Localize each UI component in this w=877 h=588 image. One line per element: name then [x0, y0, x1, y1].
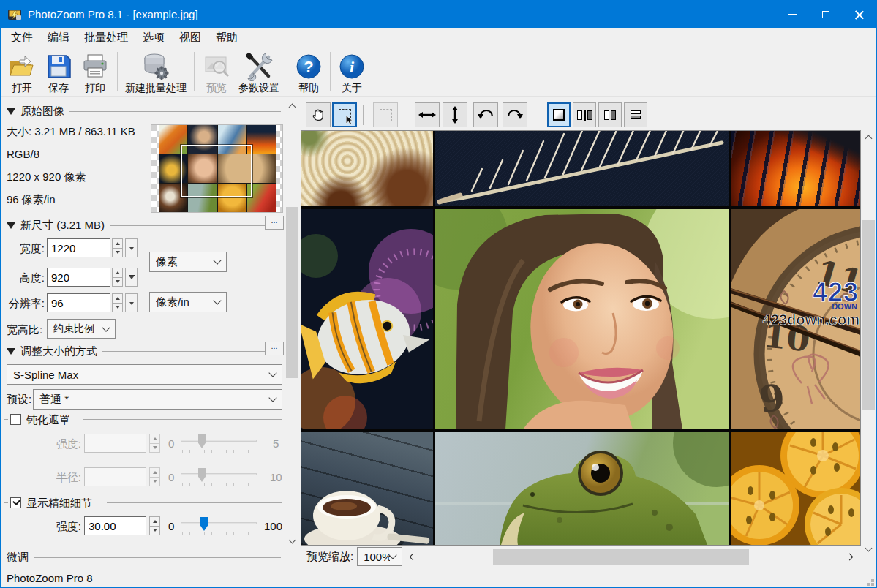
tile-coffee-cup — [301, 432, 433, 545]
main-toolbar: 打开 保存 打印 — [1, 47, 876, 97]
menu-view[interactable]: 视图 — [172, 29, 208, 46]
detail-strength-stepper[interactable] — [149, 516, 160, 535]
collapse-triangle-icon[interactable] — [7, 222, 15, 229]
help-icon: ? — [295, 51, 323, 82]
scroll-down-button[interactable] — [862, 543, 876, 555]
save-button[interactable]: 保存 — [40, 49, 77, 94]
preview-canvas[interactable]: 11 10 9 — [301, 130, 861, 546]
width-preset-button[interactable] — [125, 238, 138, 257]
detail-strength-max: 100 — [264, 520, 282, 532]
scroll-right-button[interactable] — [840, 551, 862, 563]
scroll-up-button[interactable] — [285, 99, 299, 112]
height-input[interactable] — [47, 268, 110, 287]
new-batch-button[interactable]: 新建批量处理 — [121, 49, 190, 94]
view-dual-button[interactable] — [598, 102, 622, 127]
flip-horizontal-button[interactable] — [415, 102, 440, 127]
marquee-tool-button[interactable] — [332, 102, 357, 127]
unsharp-radius-stepper — [149, 467, 160, 486]
settings-button[interactable]: 参数设置 — [235, 49, 283, 94]
view-stacked-button[interactable] — [624, 102, 647, 127]
method-more-button[interactable]: ... — [265, 342, 284, 355]
view-split-button[interactable] — [573, 102, 596, 127]
menu-help[interactable]: 帮助 — [208, 29, 245, 46]
pan-tool-button[interactable] — [306, 102, 331, 127]
scrollbar-thumb[interactable] — [493, 549, 749, 565]
open-button[interactable]: 打开 — [4, 49, 40, 94]
preview-hscrollbar[interactable] — [420, 549, 840, 565]
menu-options[interactable]: 选项 — [135, 29, 172, 46]
detail-strength-slider[interactable] — [181, 516, 257, 534]
zoom-combobox[interactable]: 100% — [357, 547, 402, 566]
size-unit-combobox[interactable]: 像素 — [149, 252, 227, 272]
print-button[interactable]: 打印 — [77, 49, 113, 94]
sidebar-scrollbar[interactable] — [285, 99, 299, 557]
marquee-selection-icon — [339, 109, 351, 121]
tile-rice-grains — [301, 131, 433, 206]
flip-vertical-icon — [448, 106, 462, 124]
preset-combobox[interactable]: 普通 * — [33, 389, 282, 410]
collapse-triangle-icon[interactable] — [7, 108, 15, 115]
width-stepper[interactable] — [112, 238, 123, 257]
about-button[interactable]: i 关于 — [334, 49, 369, 94]
section-fine-tune: 微调 — [7, 551, 281, 565]
resolution-unit-combobox[interactable]: 像素/in — [149, 292, 227, 312]
split-view-icon — [577, 110, 592, 121]
unsharp-radius-label: 半径: — [45, 471, 81, 485]
rotate-left-icon — [477, 108, 494, 122]
menu-batch[interactable]: 批量处理 — [77, 29, 135, 46]
resolution-input[interactable] — [47, 293, 110, 312]
rotate-right-button[interactable] — [503, 102, 527, 127]
hand-icon — [310, 107, 326, 123]
unsharp-radius-max: 10 — [270, 471, 282, 483]
tile-orange-slices — [731, 432, 860, 545]
toolbar-separator — [287, 52, 287, 91]
new-size-more-button[interactable]: ... — [265, 216, 284, 230]
help-button[interactable]: ? 帮助 — [291, 49, 326, 94]
menu-edit[interactable]: 编辑 — [40, 29, 77, 46]
tile-barbecue-grill — [731, 131, 860, 206]
scroll-down-button[interactable] — [285, 535, 299, 547]
fine-detail-checkbox[interactable] — [10, 497, 21, 508]
scroll-left-button[interactable] — [402, 551, 420, 563]
app-window: PhotoZoom Pro 8.1 - [example.jpg] 文件 编辑 … — [0, 0, 877, 588]
app-icon — [7, 7, 22, 22]
unsharp-mask-checkbox[interactable] — [10, 414, 21, 425]
close-icon — [855, 10, 864, 19]
unsharp-strength-max: 5 — [273, 437, 279, 450]
status-bar: PhotoZoom Pro 8 — [1, 568, 876, 588]
height-preset-button[interactable] — [125, 268, 138, 287]
height-label: 高度: — [7, 271, 45, 285]
aspect-combobox[interactable]: 约束比例 — [47, 319, 116, 339]
view-single-button[interactable] — [547, 102, 571, 127]
dual-view-icon — [604, 110, 616, 120]
flip-vertical-button[interactable] — [443, 102, 467, 127]
maximize-button[interactable] — [809, 1, 843, 28]
minimize-icon — [788, 14, 797, 15]
detail-strength-input[interactable] — [84, 516, 146, 535]
collapse-triangle-icon[interactable] — [7, 348, 15, 355]
close-button[interactable] — [843, 1, 876, 28]
scrollbar-thumb[interactable] — [862, 220, 875, 410]
slider-thumb[interactable] — [200, 517, 208, 531]
preview-region-rectangle[interactable] — [181, 145, 252, 197]
height-stepper[interactable] — [112, 268, 123, 287]
unsharp-strength-label: 强度: — [45, 437, 81, 451]
original-thumbnail[interactable] — [151, 124, 283, 213]
unsharp-radius-input — [84, 467, 146, 486]
crop-icon — [380, 109, 392, 121]
resolution-preset-button[interactable] — [125, 293, 138, 312]
rotate-left-button[interactable] — [473, 102, 498, 127]
preview-vscrollbar[interactable] — [862, 131, 876, 555]
algorithm-combobox[interactable]: S-Spline Max — [7, 364, 282, 385]
menu-file[interactable]: 文件 — [4, 29, 40, 46]
original-mode-text: RGB/8 — [7, 148, 39, 160]
scroll-up-button[interactable] — [862, 131, 876, 143]
resize-grip[interactable] — [871, 583, 874, 586]
unsharp-strength-min: 0 — [168, 437, 174, 450]
tile-fish-bone — [435, 131, 729, 206]
svg-text:i: i — [350, 58, 355, 76]
width-input[interactable] — [47, 238, 110, 257]
scrollbar-thumb[interactable] — [286, 207, 298, 378]
minimize-button[interactable] — [775, 1, 809, 28]
resolution-stepper[interactable] — [112, 293, 123, 312]
